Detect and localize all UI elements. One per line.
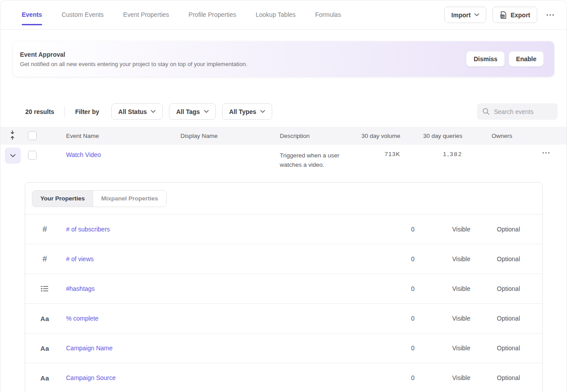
banner-actions: Dismiss Enable	[466, 51, 544, 67]
nav-tab[interactable]: Formulas	[315, 0, 341, 29]
chevron-down-icon	[260, 110, 265, 113]
filter-dropdown-label: All Tags	[176, 108, 199, 115]
svg-text:csv: csv	[501, 15, 504, 17]
banner-description: Get notified on all new events entering …	[20, 61, 247, 67]
property-name-link[interactable]: Campaign Name	[55, 345, 370, 352]
property-row: # # of subscribers 0 Visible Optional	[25, 215, 542, 244]
property-name-link[interactable]: % complete	[55, 315, 370, 322]
filter-by-label: Filter by	[75, 108, 99, 115]
property-requirement: Optional	[470, 315, 520, 322]
nav-tab[interactable]: Event Properties	[123, 0, 169, 29]
search-icon	[482, 108, 490, 115]
filter-dropdowns: All Status All Tags All Types	[111, 103, 272, 120]
chevron-down-icon	[204, 110, 209, 113]
header-event-name: Event Name	[47, 133, 172, 139]
property-row: #hashtags 0 Visible Optional	[25, 274, 542, 304]
collapse-row-button[interactable]	[5, 148, 21, 164]
properties-panel: Your Properties Mixpanel Properties # # …	[25, 182, 543, 392]
nav-tab[interactable]: Events	[22, 0, 42, 29]
property-name-link[interactable]: # of subscribers	[55, 226, 370, 233]
properties-tabbar: Your Properties Mixpanel Properties	[25, 183, 542, 215]
nav-tab[interactable]: Custom Events	[62, 0, 104, 29]
dismiss-button[interactable]: Dismiss	[466, 51, 504, 67]
nav-tab[interactable]: Lookup Tables	[256, 0, 296, 29]
header-display-name: Display Name	[172, 133, 272, 139]
list-type-icon	[35, 285, 55, 292]
event-name-link[interactable]: Watch Video	[66, 151, 101, 158]
properties-list: # # of subscribers 0 Visible Optional # …	[25, 215, 542, 392]
header-owners: Owners	[485, 133, 538, 139]
filter-dropdown[interactable]: All Status	[111, 103, 163, 120]
filter-dropdown[interactable]: All Types	[222, 103, 272, 120]
enable-button[interactable]: Enable	[509, 51, 544, 67]
properties-tab-label: Mixpanel Properties	[101, 195, 158, 202]
nav-tab-label: Events	[22, 11, 42, 18]
header-30-day-volume: 30 day volume	[356, 133, 400, 139]
results-count: 20 results	[25, 108, 54, 115]
property-count: 0	[370, 345, 414, 352]
top-navigation: Events Custom Events Event Properties Pr…	[0, 0, 567, 30]
import-button[interactable]: Import	[444, 7, 486, 23]
property-requirement: Optional	[470, 255, 520, 263]
number-type-icon: #	[35, 255, 55, 264]
csv-file-icon: csv	[500, 11, 507, 19]
collapse-all-icon[interactable]	[9, 130, 24, 141]
search-box	[477, 103, 558, 120]
property-row: Aa % complete 0 Visible Optional	[25, 304, 542, 333]
property-requirement: Optional	[470, 226, 520, 233]
import-label: Import	[451, 12, 471, 19]
property-visibility: Visible	[414, 315, 470, 322]
divider	[64, 106, 65, 117]
event-description: Triggered when a user watches a video.	[272, 151, 356, 169]
chevron-down-icon	[151, 110, 156, 113]
select-all-checkbox[interactable]	[28, 131, 37, 140]
event-30-day-queries: 1,382	[400, 151, 462, 157]
nav-actions: Import csv Export ···	[444, 7, 558, 23]
more-options-icon[interactable]: ···	[544, 9, 558, 21]
filter-dropdown[interactable]: All Tags	[169, 103, 215, 120]
properties-tabs: Your Properties Mixpanel Properties	[32, 190, 167, 207]
number-type-icon: #	[35, 225, 55, 234]
property-visibility: Visible	[414, 345, 470, 352]
event-approval-banner: Event Approval Get notified on all new e…	[13, 41, 554, 77]
row-more-options-icon[interactable]: ···	[542, 149, 551, 157]
lexicon-page: Events Custom Events Event Properties Pr…	[0, 0, 567, 392]
event-row: Watch Video Triggered when a user watche…	[0, 145, 567, 182]
property-count: 0	[370, 255, 414, 263]
filter-bar: 20 results Filter by All Status All Tags…	[0, 103, 567, 120]
banner-section: Event Approval Get notified on all new e…	[0, 30, 567, 77]
property-name-link[interactable]: # of views	[55, 255, 370, 263]
export-label: Export	[511, 12, 530, 19]
property-count: 0	[370, 226, 414, 233]
nav-tabs: Events Custom Events Event Properties Pr…	[22, 0, 341, 29]
property-visibility: Visible	[414, 374, 470, 381]
property-name-link[interactable]: #hashtags	[55, 285, 370, 292]
nav-tab-label: Formulas	[315, 11, 341, 18]
filter-dropdown-label: All Types	[229, 108, 256, 115]
export-button[interactable]: csv Export	[493, 7, 537, 23]
property-name-link[interactable]: Campaign Source	[55, 374, 370, 381]
property-visibility: Visible	[414, 285, 470, 292]
property-row: Aa Campaign Source 0 Visible Optional	[25, 363, 542, 392]
property-visibility: Visible	[414, 255, 470, 263]
nav-tab[interactable]: Profile Properties	[188, 0, 236, 29]
nav-tab-label: Profile Properties	[188, 11, 236, 18]
banner-text: Event Approval Get notified on all new e…	[20, 51, 247, 67]
properties-tab[interactable]: Mixpanel Properties	[93, 191, 166, 207]
property-count: 0	[370, 315, 414, 322]
properties-tab[interactable]: Your Properties	[32, 191, 93, 207]
row-checkbox[interactable]	[28, 151, 37, 160]
text-type-icon: Aa	[35, 345, 55, 352]
property-row: Aa Campaign Name 0 Visible Optional	[25, 333, 542, 363]
property-count: 0	[370, 374, 414, 381]
property-visibility: Visible	[414, 226, 470, 233]
chevron-down-icon	[474, 13, 479, 16]
chevron-down-icon	[10, 154, 16, 157]
text-type-icon: Aa	[35, 315, 55, 322]
property-requirement: Optional	[470, 285, 520, 292]
banner-title: Event Approval	[20, 51, 247, 58]
text-type-icon: Aa	[35, 374, 55, 382]
filter-dropdown-label: All Status	[118, 108, 147, 115]
property-requirement: Optional	[470, 374, 520, 381]
nav-tab-label: Custom Events	[62, 11, 104, 18]
